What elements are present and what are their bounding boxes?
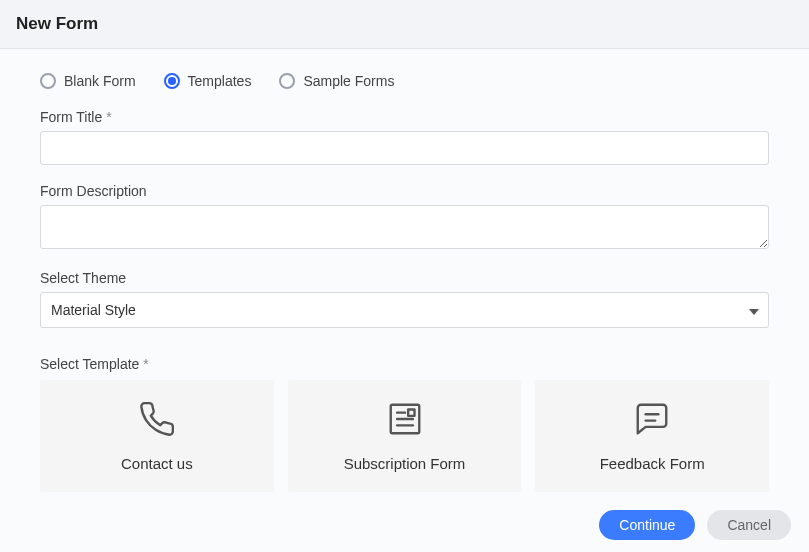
- select-template-label: Select Template *: [40, 356, 769, 372]
- form-type-radio-group: Blank Form Templates Sample Forms: [40, 73, 769, 89]
- template-card-feedback[interactable]: Feedback Form: [535, 380, 769, 492]
- radio-sample-forms[interactable]: Sample Forms: [279, 73, 394, 89]
- select-theme-dropdown[interactable]: Material Style: [40, 292, 769, 328]
- form-title-input[interactable]: [40, 131, 769, 165]
- template-card-contact[interactable]: Contact us: [40, 380, 274, 492]
- template-grid: Contact us Subscription Form: [40, 380, 769, 492]
- radio-icon: [40, 73, 56, 89]
- required-mark: *: [143, 356, 148, 372]
- radio-icon: [164, 73, 180, 89]
- select-theme-wrap: Material Style: [40, 292, 769, 328]
- template-card-subscription[interactable]: Subscription Form: [288, 380, 522, 492]
- chat-icon: [633, 400, 671, 441]
- form-title-label: Form Title *: [40, 109, 769, 125]
- continue-button[interactable]: Continue: [599, 510, 695, 540]
- dialog-footer: Continue Cancel: [599, 510, 791, 540]
- label-text: Select Template: [40, 356, 143, 372]
- form-description-label: Form Description: [40, 183, 769, 199]
- dialog-header: New Form: [0, 0, 809, 49]
- svg-rect-4: [408, 410, 414, 416]
- form-description-input[interactable]: [40, 205, 769, 249]
- radio-label: Sample Forms: [303, 73, 394, 89]
- required-mark: *: [106, 109, 111, 125]
- select-theme-label: Select Theme: [40, 270, 769, 286]
- template-label: Feedback Form: [600, 455, 705, 472]
- select-template-group: Select Template * Contact us: [40, 356, 769, 492]
- form-title-group: Form Title *: [40, 109, 769, 165]
- form-description-group: Form Description: [40, 183, 769, 252]
- phone-icon: [138, 400, 176, 441]
- radio-blank-form[interactable]: Blank Form: [40, 73, 136, 89]
- template-label: Contact us: [121, 455, 193, 472]
- select-theme-value: Material Style: [51, 302, 136, 318]
- template-label: Subscription Form: [344, 455, 466, 472]
- radio-templates[interactable]: Templates: [164, 73, 252, 89]
- radio-icon: [279, 73, 295, 89]
- radio-label: Templates: [188, 73, 252, 89]
- dialog-content: Blank Form Templates Sample Forms Form T…: [0, 49, 809, 492]
- select-theme-group: Select Theme Material Style: [40, 270, 769, 328]
- newspaper-icon: [386, 400, 424, 441]
- label-text: Form Title: [40, 109, 106, 125]
- dialog-title: New Form: [16, 14, 793, 34]
- radio-label: Blank Form: [64, 73, 136, 89]
- cancel-button[interactable]: Cancel: [707, 510, 791, 540]
